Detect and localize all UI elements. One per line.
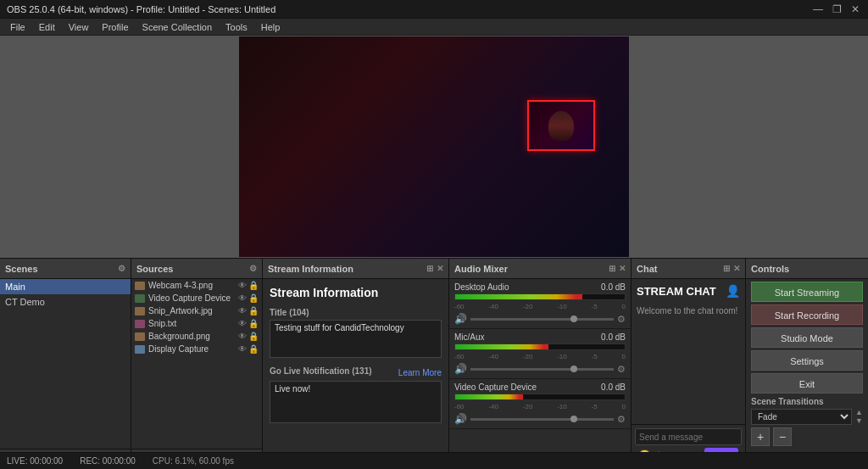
source-video-capture[interactable]: Video Capture Device 👁 🔒 bbox=[131, 292, 262, 304]
mic-audio-db: 0.0 dB bbox=[601, 332, 626, 342]
stream-info-config-icon[interactable]: ⊞ bbox=[426, 264, 433, 273]
source-controls-video: 👁 🔒 bbox=[238, 293, 259, 303]
desktop-audio-gear-icon[interactable]: ⚙ bbox=[617, 314, 626, 325]
source-eye-display[interactable]: 👁 bbox=[238, 344, 247, 354]
source-snip-txt[interactable]: Snip.txt 👁 🔒 bbox=[131, 317, 262, 330]
video-capture-slider[interactable] bbox=[470, 418, 614, 421]
stream-info-content: Stream Information Title (104) Go Live N… bbox=[263, 279, 448, 469]
source-controls-bg: 👁 🔒 bbox=[238, 332, 259, 341]
minimize-button[interactable]: — bbox=[812, 3, 824, 15]
sources-config-icon[interactable]: ⚙ bbox=[249, 264, 257, 273]
source-display-capture[interactable]: Display Capture 👁 🔒 bbox=[131, 343, 262, 355]
bottom-panel: Scenes ⚙ Main CT Demo + − ∧ ∨ Sources bbox=[0, 258, 868, 469]
mic-audio-slider[interactable] bbox=[470, 368, 614, 371]
title-bar-controls: — ❐ ✕ bbox=[812, 3, 861, 15]
source-icon-video bbox=[135, 294, 145, 303]
source-lock-webcam[interactable]: 🔒 bbox=[248, 281, 259, 290]
start-recording-button[interactable]: Start Recording bbox=[751, 304, 863, 325]
audio-mixer-header-icons: ⊞ ✕ bbox=[609, 264, 626, 273]
transition-up-arrow[interactable]: ▲ bbox=[855, 408, 863, 416]
stream-info-header-title: Stream Information bbox=[268, 264, 353, 274]
audio-channel-video-capture: Video Capture Device 0.0 dB -60-40-20-10… bbox=[449, 379, 631, 429]
title-field-input[interactable] bbox=[270, 320, 442, 358]
restore-button[interactable]: ❐ bbox=[831, 3, 843, 15]
chat-config-icon[interactable]: ⊞ bbox=[723, 264, 730, 273]
video-capture-audio-db: 0.0 dB bbox=[601, 382, 626, 392]
transition-add-button[interactable]: + bbox=[751, 427, 770, 446]
title-field-label: Title (104) bbox=[270, 308, 442, 317]
menu-file[interactable]: File bbox=[3, 19, 32, 36]
audio-mixer-panel: Audio Mixer ⊞ ✕ Desktop Audio 0.0 dB -60… bbox=[449, 259, 632, 469]
desktop-audio-mute-icon[interactable]: 🔊 bbox=[454, 313, 467, 325]
transition-select[interactable]: Fade bbox=[751, 409, 852, 425]
mic-audio-mute-icon[interactable]: 🔊 bbox=[454, 363, 467, 375]
source-background[interactable]: Background.png 👁 🔒 bbox=[131, 330, 262, 343]
source-lock-display[interactable]: 🔒 bbox=[248, 344, 259, 354]
source-lock-bg[interactable]: 🔒 bbox=[248, 332, 259, 341]
source-icon-txt bbox=[135, 320, 145, 328]
source-eye-txt[interactable]: 👁 bbox=[238, 319, 247, 328]
scene-item-ctdemo[interactable]: CT Demo bbox=[0, 294, 131, 310]
exit-button[interactable]: Exit bbox=[751, 373, 863, 394]
scene-item-main[interactable]: Main bbox=[0, 279, 131, 294]
preview-canvas bbox=[239, 36, 629, 257]
start-streaming-button[interactable]: Start Streaming bbox=[751, 282, 863, 302]
notification-field-row: Go Live Notification (131) Learn More bbox=[270, 366, 442, 378]
source-lock-snip-art[interactable]: 🔒 bbox=[248, 306, 259, 315]
transition-remove-button[interactable]: − bbox=[773, 427, 792, 446]
source-eye-webcam[interactable]: 👁 bbox=[238, 281, 247, 290]
controls-title: Controls bbox=[751, 264, 789, 274]
source-eye-video[interactable]: 👁 bbox=[238, 293, 247, 303]
status-rec: REC: 00:00:00 bbox=[80, 456, 136, 466]
source-controls-display: 👁 🔒 bbox=[238, 344, 259, 354]
stream-chat-label: STREAM CHAT bbox=[637, 285, 716, 298]
settings-button[interactable]: Settings bbox=[751, 350, 863, 371]
chat-welcome-message: Welcome to the chat room! bbox=[632, 303, 745, 367]
menu-help[interactable]: Help bbox=[254, 19, 287, 36]
webcam-overlay[interactable] bbox=[527, 100, 595, 151]
source-snip-artwork[interactable]: Snip_Artwork.jpg 👁 🔒 bbox=[131, 304, 262, 317]
scene-transitions-label: Scene Transitions bbox=[746, 394, 868, 408]
chat-input[interactable] bbox=[639, 433, 747, 442]
menu-scene-collection[interactable]: Scene Collection bbox=[136, 19, 220, 36]
main-content: Scenes ⚙ Main CT Demo + − ∧ ∨ Sources bbox=[0, 36, 868, 469]
menu-edit[interactable]: Edit bbox=[32, 19, 62, 36]
menu-profile[interactable]: Profile bbox=[95, 19, 135, 36]
audio-mixer-close-icon[interactable]: ✕ bbox=[619, 264, 626, 273]
chat-close-icon[interactable]: ✕ bbox=[733, 264, 740, 273]
notification-field-input[interactable] bbox=[270, 381, 442, 423]
mic-audio-meter bbox=[454, 343, 626, 350]
source-icon-webcam bbox=[135, 282, 145, 290]
source-lock-video[interactable]: 🔒 bbox=[248, 293, 259, 303]
stream-chat-title-bar: STREAM CHAT 👤 bbox=[632, 279, 745, 303]
desktop-audio-slider[interactable] bbox=[470, 318, 614, 321]
chat-user-icon[interactable]: 👤 bbox=[726, 284, 740, 298]
studio-mode-button[interactable]: Studio Mode bbox=[751, 327, 863, 348]
stream-info-close-icon[interactable]: ✕ bbox=[437, 264, 443, 273]
stream-info-panel: Stream Information ⊞ ✕ Stream Informatio… bbox=[263, 259, 449, 469]
audio-mixer-config-icon[interactable]: ⊞ bbox=[609, 264, 615, 273]
source-controls-snip-art: 👁 🔒 bbox=[238, 306, 259, 315]
video-capture-audio-controls: 🔊 ⚙ bbox=[454, 413, 626, 425]
transition-down-arrow[interactable]: ▼ bbox=[855, 416, 863, 425]
learn-more-link[interactable]: Learn More bbox=[398, 368, 442, 377]
menu-bar: File Edit View Profile Scene Collection … bbox=[0, 19, 868, 36]
preview-area bbox=[0, 36, 868, 258]
source-eye-bg[interactable]: 👁 bbox=[238, 332, 247, 341]
menu-view[interactable]: View bbox=[62, 19, 96, 36]
stream-info-header-icons: ⊞ ✕ bbox=[426, 264, 443, 273]
source-webcam[interactable]: Webcam 4-3.png 👁 🔒 bbox=[131, 279, 262, 292]
source-lock-txt[interactable]: 🔒 bbox=[248, 319, 259, 328]
source-eye-snip-art[interactable]: 👁 bbox=[238, 306, 247, 315]
mic-audio-gear-icon[interactable]: ⚙ bbox=[617, 364, 626, 375]
desktop-audio-meter bbox=[454, 293, 626, 300]
mic-audio-bar bbox=[455, 344, 548, 349]
desktop-audio-marks: -60-40-20-10-50 bbox=[454, 303, 626, 310]
scenes-config-icon[interactable]: ⚙ bbox=[118, 264, 125, 273]
menu-tools[interactable]: Tools bbox=[219, 19, 254, 36]
chat-panel: Chat ⊞ ✕ STREAM CHAT 👤 Welcome to the ch… bbox=[632, 259, 746, 469]
close-button[interactable]: ✕ bbox=[849, 3, 861, 15]
video-capture-mute-icon[interactable]: 🔊 bbox=[454, 413, 467, 425]
sources-header: Sources ⚙ bbox=[131, 259, 262, 279]
video-capture-gear-icon[interactable]: ⚙ bbox=[617, 414, 626, 425]
